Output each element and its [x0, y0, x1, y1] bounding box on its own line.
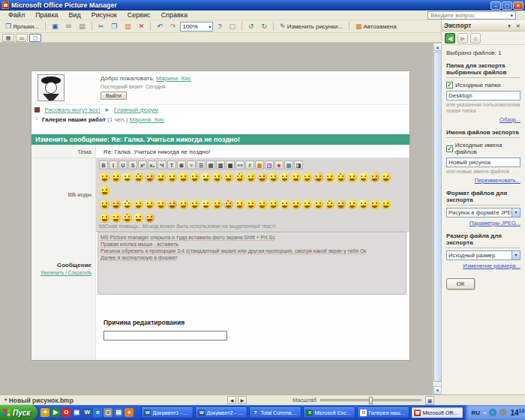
- resize-link[interactable]: Изменение размера...: [446, 262, 520, 269]
- quick-launch-icon-2[interactable]: O: [62, 408, 70, 417]
- zoom-slider-thumb[interactable]: [369, 397, 373, 404]
- quick-launch-icon-4[interactable]: W: [82, 408, 92, 417]
- mail-button[interactable]: ✉: [63, 21, 75, 32]
- smiley-icon[interactable]: [280, 200, 290, 209]
- gallery-title[interactable]: Галерея наших работ: [42, 116, 106, 123]
- taskbar-button-0[interactable]: WДокумент1 - Micro...: [141, 406, 194, 418]
- smiley-icon[interactable]: [358, 172, 368, 182]
- bbcode-button-9[interactable]: ≡: [187, 160, 196, 170]
- menu-справка[interactable]: Справка: [156, 11, 193, 19]
- smiley-icon[interactable]: [291, 200, 301, 209]
- bbcode-button-7[interactable]: Т: [167, 160, 176, 170]
- smiley-icon[interactable]: [190, 172, 200, 182]
- smiley-icon[interactable]: [156, 172, 166, 182]
- format-combobox[interactable]: Рисунок в формате JPEG (*.jp ▾: [446, 208, 520, 218]
- bbcode-button-5[interactable]: x₂: [148, 160, 157, 170]
- smiley-icon[interactable]: [134, 172, 143, 182]
- paste-button[interactable]: ▥: [122, 21, 134, 32]
- bbcode-button-18[interactable]: ★: [274, 160, 284, 170]
- bbcode-button-8[interactable]: ≣: [177, 160, 186, 170]
- quick-launch-icon-5[interactable]: e: [93, 408, 102, 417]
- pane-close-icon[interactable]: ✕: [514, 22, 523, 30]
- autocorrect-button[interactable]: ▦ Автозамена: [352, 21, 400, 32]
- quick-launch-icon-0[interactable]: ✦: [40, 408, 50, 417]
- restore-button[interactable]: ▢: [502, 2, 512, 10]
- quick-launch-icon-6[interactable]: ▢: [104, 408, 112, 417]
- redo-button[interactable]: ↷: [167, 21, 179, 32]
- bbcode-button-16[interactable]: ▣: [255, 160, 264, 170]
- chevron-down-icon[interactable]: ▾: [512, 251, 520, 260]
- shortcuts-button[interactable]: ❐ Ярлыки...: [2, 21, 42, 32]
- undo-button[interactable]: ↶: [154, 21, 166, 32]
- menu-рисунок[interactable]: Рисунок: [86, 11, 122, 19]
- smiley-icon[interactable]: [381, 200, 391, 209]
- taskbar-button-5[interactable]: ▣Microsoft Office ...: [411, 406, 464, 418]
- smiley-icon[interactable]: [291, 172, 301, 182]
- smiley-icon[interactable]: [257, 200, 267, 209]
- username-link[interactable]: Марина_Кис: [156, 75, 191, 82]
- minimize-button[interactable]: –: [490, 2, 501, 10]
- smiley-icon[interactable]: [314, 200, 323, 209]
- smiley-icon[interactable]: [257, 172, 267, 182]
- smiley-icon[interactable]: [122, 213, 132, 223]
- forward-icon[interactable]: ▶: [458, 33, 468, 44]
- smiley-icon[interactable]: [201, 172, 211, 182]
- smiley-icon[interactable]: [325, 172, 334, 182]
- close-button[interactable]: ✕: [513, 2, 524, 10]
- bbcode-button-0[interactable]: B: [99, 160, 108, 170]
- thumbnail-view-button[interactable]: ▦: [2, 34, 14, 42]
- delete-button[interactable]: ✕: [136, 21, 148, 32]
- smiley-icon[interactable]: [246, 200, 256, 209]
- smiley-icon[interactable]: [314, 172, 323, 182]
- size-combobox[interactable]: Исходный размер ▾: [446, 250, 520, 260]
- filmstrip-view-button[interactable]: ▭: [16, 34, 28, 42]
- bbcode-button-12[interactable]: ▥: [216, 160, 225, 170]
- chevron-down-icon[interactable]: ▾: [512, 208, 520, 217]
- smiley-icon[interactable]: [370, 200, 380, 209]
- checkbox-checked-icon[interactable]: ✓: [446, 146, 453, 152]
- smiley-icon[interactable]: [268, 200, 278, 209]
- taskbar-button-1[interactable]: WДокумент2 - Micro...: [195, 406, 248, 418]
- zoom-slider[interactable]: [320, 399, 422, 401]
- smiley-icon[interactable]: [111, 172, 121, 182]
- smiley-icon[interactable]: [302, 200, 312, 209]
- smiley-icon[interactable]: [156, 200, 166, 209]
- smiley-icon[interactable]: [325, 200, 334, 209]
- logout-button[interactable]: Выйти: [100, 92, 127, 100]
- volume-tray-icon[interactable]: [500, 409, 507, 416]
- smiley-icon[interactable]: [100, 200, 110, 209]
- cut-button[interactable]: ✂: [95, 21, 107, 32]
- jpeg-options-link[interactable]: Параметры JPEG...: [446, 220, 520, 226]
- original-names-option[interactable]: ✓ Исходные имена файлов: [446, 142, 520, 155]
- smiley-icon[interactable]: [201, 200, 211, 209]
- bbcode-button-11[interactable]: ▤: [206, 160, 215, 170]
- export-name-input[interactable]: Новый рисунок: [446, 158, 520, 167]
- smiley-icon[interactable]: [212, 200, 222, 209]
- back-icon[interactable]: ◀: [445, 33, 455, 44]
- message-textarea[interactable]: MS PIcture manager открыла и туда встави…: [98, 232, 406, 295]
- menu-сервис[interactable]: Сервис: [122, 11, 156, 19]
- smiley-icon[interactable]: [246, 172, 256, 182]
- quick-launch-icon-1[interactable]: ▶: [51, 408, 60, 417]
- smiley-icon[interactable]: [347, 172, 357, 182]
- language-indicator[interactable]: RU: [471, 410, 480, 416]
- quick-launch-icon-8[interactable]: ●: [124, 408, 134, 417]
- taskbar-button-3[interactable]: XMicrosoft Excel - Та...: [303, 406, 356, 418]
- fit-to-window-icon[interactable]: ▣: [425, 396, 434, 405]
- menu-правка[interactable]: Правка: [30, 11, 63, 19]
- smiley-icon[interactable]: [100, 213, 110, 223]
- menu-файл[interactable]: Файл: [3, 11, 30, 19]
- smiley-icon[interactable]: [224, 172, 233, 182]
- taskbar-button-4[interactable]: OГалерея наших ра...: [357, 406, 410, 418]
- vertical-scrollbar[interactable]: ▲ ▼: [433, 43, 441, 394]
- smiley-icon[interactable]: [167, 200, 177, 209]
- bbcode-button-4[interactable]: x²: [138, 160, 147, 170]
- rotate-right-button[interactable]: ↻: [259, 21, 271, 32]
- menu-вид[interactable]: Вид: [64, 11, 86, 19]
- bbcode-button-2[interactable]: U: [118, 160, 128, 170]
- copy-button[interactable]: ❐: [108, 21, 120, 32]
- rotate-left-button[interactable]: ↺: [245, 21, 257, 32]
- smiley-icon[interactable]: [134, 200, 143, 209]
- single-view-button[interactable]: ▢: [29, 34, 41, 42]
- breadcrumb-root-link[interactable]: Рисовать могут все!: [44, 106, 100, 113]
